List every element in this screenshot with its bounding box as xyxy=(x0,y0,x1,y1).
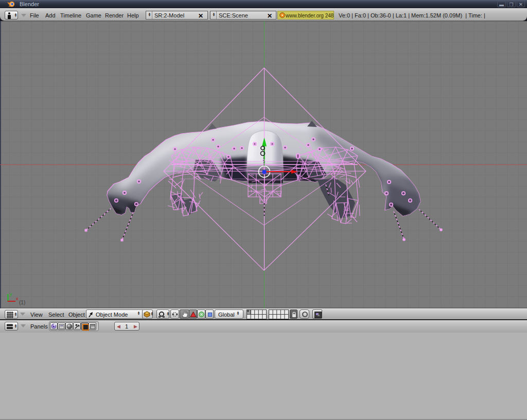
svg-text:x: x xyxy=(16,296,19,301)
svg-text:y: y xyxy=(10,291,12,297)
svg-text:(1): (1) xyxy=(19,300,25,305)
